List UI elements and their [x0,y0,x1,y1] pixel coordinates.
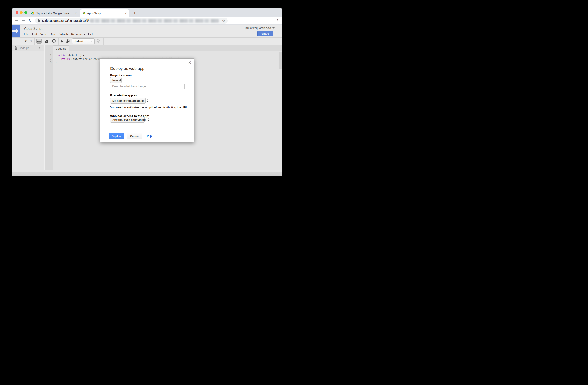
tab-separator [79,11,79,15]
window-bottom-bar [12,172,282,177]
browser-tab-apps-script[interactable]: Apps Script × [80,9,129,17]
function-selector-value: doPost [75,40,91,43]
project-version-label: Project version: [110,73,133,77]
chevron-down-icon[interactable] [39,47,41,49]
menu-bar: File Edit View Run Publish Resources Hel… [24,33,94,36]
code-segment: return [61,58,70,61]
code-segment: e [79,54,80,57]
suggestions-button[interactable] [97,38,100,45]
project-version-value: New [112,79,118,82]
project-history-icon [52,39,56,43]
back-icon[interactable]: ← [15,19,18,22]
new-tab-button[interactable]: + [132,10,137,16]
arrow-logo-icon [12,28,20,34]
execute-as-value: Me (jamie@squarelab.co) [112,99,145,102]
bookmark-star-icon[interactable]: ☆ [222,19,225,23]
url-input[interactable]: script.google.com/a/squarelab.co/d/ ☆ [35,18,228,24]
account-email: jamie@squarelab.co [245,26,271,30]
url-redacted-blur [90,19,219,22]
lightbulb-icon [97,39,100,43]
menu-run[interactable]: Run [50,33,55,36]
select-stepper-icon [119,79,121,81]
project-version-select[interactable]: New [110,77,122,83]
share-button[interactable]: Share [257,31,273,36]
execute-as-label: Execute the app as: [110,94,138,97]
close-button[interactable] [16,11,18,14]
menu-file[interactable]: File [24,33,29,36]
code-segment: } [55,61,57,64]
access-value: Anyone, even anonymous [112,118,146,121]
authorize-note: You need to authorize the script before … [110,106,189,109]
sidebar-file-label: Code.gs [19,46,39,50]
browser-address-bar: ← → ↻ script.google.com/a/squarelab.co/d… [12,17,282,25]
window-controls [16,11,27,14]
apps-script-logo [12,25,20,37]
desktop-background: Square Lab - Google Drive × Apps Script … [0,0,294,193]
code-segment [55,58,61,61]
bug-icon [66,39,70,43]
url-text: script.google.com/a/squarelab.co/d/ [42,19,89,22]
line-number: 1 [45,54,52,57]
dialog-title: Deploy as web app [110,66,145,71]
menu-edit[interactable]: Edit [32,33,37,36]
select-stepper-icon [147,100,148,102]
editor-tab-strip [45,45,282,51]
account-menu[interactable]: jamie@squarelab.co [245,26,274,30]
chevron-down-icon [91,41,93,42]
editor-vertical-scrollbar[interactable] [279,52,282,69]
deploy-dialog: × Deploy as web app Project version: New… [100,59,194,142]
access-select[interactable]: Anyone, even anonymous [110,117,145,123]
minimize-button[interactable] [20,11,22,14]
tab-title: Square Lab - Google Drive [36,12,73,15]
select-stepper-icon [148,118,149,121]
code-segment: function [55,54,67,57]
menu-help[interactable]: Help [88,33,94,36]
forward-icon[interactable]: → [22,19,25,22]
apps-script-icon [82,12,85,15]
browser-tab-drive[interactable]: Square Lab - Google Drive × [29,9,79,17]
files-sidebar: Code.gs [12,45,43,170]
indent-button[interactable] [36,39,42,44]
sidebar-item-code-gs[interactable]: Code.gs [12,45,43,51]
function-selector[interactable]: doPost [72,39,95,44]
cancel-button[interactable]: Cancel [127,133,142,139]
project-history-button[interactable] [52,38,56,45]
save-icon [44,40,48,43]
execute-as-select[interactable]: Me (jamie@squarelab.co) [110,98,146,104]
tab-close-icon[interactable]: × [125,12,127,15]
sidebar-resize-handle[interactable] [43,45,45,170]
editor-horizontal-scrollbar-track [12,170,282,172]
app-title: Apps Script [24,27,42,31]
lock-icon [38,19,40,22]
editor-tab-label: Code.gs [56,47,66,50]
menu-resources[interactable]: Resources [71,33,85,36]
deploy-button[interactable]: Deploy [109,133,124,139]
browser-menu-kebab-icon[interactable]: ⋮ [276,19,279,23]
tab-close-icon[interactable]: × [75,12,77,15]
menu-publish[interactable]: Publish [59,33,68,36]
browser-tab-bar: Square Lab - Google Drive × Apps Script … [12,8,282,17]
tab-title: Apps Script [87,12,123,15]
editor-tab-close-icon[interactable]: × [67,47,69,50]
editor-tab-code-gs[interactable]: Code.gs × [53,45,69,52]
undo-icon[interactable]: ↶ [24,38,27,45]
debug-button[interactable] [66,38,70,45]
version-description-input[interactable] [110,83,185,89]
line-number: 2 [45,57,52,61]
help-link[interactable]: Help [146,134,152,138]
zoom-button[interactable] [24,11,27,14]
save-button[interactable] [44,38,48,45]
reload-icon[interactable]: ↻ [29,19,31,22]
code-segment: doPost( [67,54,79,57]
editor-toolbar: ↶ ↷ [12,37,282,45]
code-segment: ) { [80,54,85,57]
menu-view[interactable]: View [40,33,46,36]
indent-icon [37,40,41,43]
dialog-close-icon[interactable]: × [189,60,191,65]
apps-script-header: Apps Script File Edit View Run Publish R… [12,25,282,37]
code-line: function doPost(e) { [55,54,282,57]
google-drive-icon [31,12,34,15]
redo-icon[interactable]: ↷ [30,38,33,45]
line-number: 3 [45,61,52,64]
run-button[interactable] [61,40,63,43]
